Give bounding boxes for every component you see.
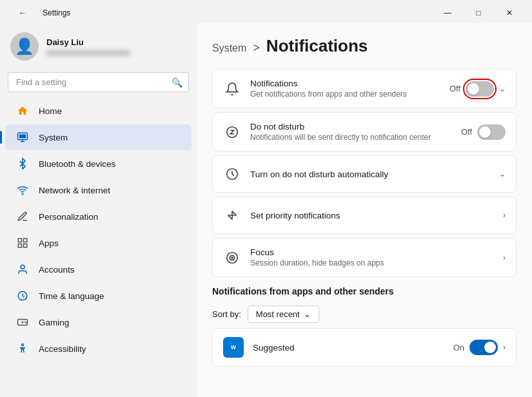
suggested-row[interactable]: W Suggested On › bbox=[213, 329, 516, 366]
focus-sublabel: Session duration, hide badges on apps bbox=[250, 258, 494, 267]
sidebar-item-personalization-label: Personalization bbox=[39, 212, 98, 222]
priority-text: Set priority notifications bbox=[250, 211, 494, 220]
notifications-toggle-label: Off bbox=[449, 84, 460, 93]
auto-dnd-right: ⌄ bbox=[499, 169, 506, 179]
apps-section-header: Notifications from apps and other sender… bbox=[212, 286, 517, 296]
network-icon bbox=[15, 183, 30, 197]
dnd-text: Do not disturb Notifications will be sen… bbox=[250, 122, 452, 142]
user-name: Daisy Liu bbox=[46, 37, 130, 47]
minimize-button[interactable]: — bbox=[433, 4, 462, 22]
dnd-label: Do not disturb bbox=[250, 122, 452, 131]
svg-rect-5 bbox=[18, 238, 21, 242]
personalization-icon bbox=[15, 209, 30, 224]
suggested-text: Suggested bbox=[253, 343, 444, 353]
sidebar-item-bluetooth[interactable]: Bluetooth & devices bbox=[5, 151, 192, 177]
home-icon bbox=[15, 104, 30, 118]
notifications-chevron[interactable]: ⌄ bbox=[499, 84, 506, 93]
avatar-icon: 👤 bbox=[15, 37, 34, 55]
suggested-toggle[interactable] bbox=[469, 340, 498, 355]
gaming-icon bbox=[15, 315, 30, 329]
dnd-icon bbox=[223, 123, 241, 141]
dnd-right: Off bbox=[461, 124, 506, 140]
sidebar-item-gaming[interactable]: Gaming bbox=[5, 309, 192, 335]
notifications-card: Notifications Get notifications from app… bbox=[212, 69, 517, 108]
dnd-row[interactable]: Do not disturb Notifications will be sen… bbox=[213, 113, 516, 151]
focus-label: Focus bbox=[250, 247, 494, 257]
system-icon bbox=[15, 130, 30, 144]
notifications-label: Notifications bbox=[250, 79, 440, 88]
user-section[interactable]: 👤 Daisy Liu bbox=[0, 23, 197, 70]
auto-dnd-text: Turn on do not disturb automatically bbox=[250, 169, 490, 179]
sidebar-item-personalization[interactable]: Personalization bbox=[5, 204, 192, 229]
priority-chevron[interactable]: › bbox=[503, 211, 506, 220]
focus-chevron[interactable]: › bbox=[503, 253, 506, 262]
svg-point-15 bbox=[26, 323, 26, 324]
sidebar-item-accounts[interactable]: Accounts bbox=[5, 257, 192, 282]
search-input[interactable] bbox=[8, 72, 189, 92]
suggested-card: W Suggested On › bbox=[212, 328, 517, 367]
svg-point-14 bbox=[25, 322, 26, 322]
focus-right: › bbox=[503, 253, 506, 262]
close-button[interactable]: ✕ bbox=[495, 4, 524, 22]
sidebar-item-gaming-label: Gaming bbox=[39, 318, 69, 327]
apps-icon bbox=[15, 236, 30, 250]
back-button[interactable]: ← bbox=[8, 4, 37, 22]
svg-point-9 bbox=[21, 265, 25, 269]
svg-point-4 bbox=[22, 193, 23, 195]
sidebar-item-apps[interactable]: Apps bbox=[5, 230, 192, 256]
content-area: System > Notifications Notifications Get… bbox=[197, 23, 532, 397]
priority-row[interactable]: Set priority notifications › bbox=[213, 197, 516, 233]
sort-row: Sort by: Most recent ⌄ bbox=[212, 305, 517, 323]
priority-icon bbox=[223, 206, 241, 224]
sort-label: Sort by: bbox=[212, 309, 241, 319]
svg-text:W: W bbox=[231, 345, 236, 351]
search-icon: 🔍 bbox=[172, 77, 182, 88]
svg-rect-7 bbox=[24, 244, 27, 247]
notifications-toggle[interactable] bbox=[466, 81, 494, 97]
sidebar-item-accounts-label: Accounts bbox=[39, 265, 75, 275]
sidebar-item-accessibility[interactable]: Accessibility bbox=[5, 336, 192, 362]
auto-dnd-icon bbox=[223, 165, 241, 183]
sort-dropdown-chevron: ⌄ bbox=[304, 309, 311, 319]
suggested-chevron[interactable]: › bbox=[503, 343, 506, 352]
sidebar-item-apps-label: Apps bbox=[39, 238, 59, 248]
notifications-text: Notifications Get notifications from app… bbox=[250, 79, 440, 99]
sidebar-item-time-label: Time & language bbox=[39, 291, 104, 301]
auto-dnd-row[interactable]: Turn on do not disturb automatically ⌄ bbox=[213, 156, 516, 192]
page-title: Notifications bbox=[266, 36, 368, 56]
avatar: 👤 bbox=[10, 32, 39, 61]
sidebar-item-network[interactable]: Network & internet bbox=[5, 177, 192, 203]
sidebar-item-accessibility-label: Accessibility bbox=[39, 344, 86, 354]
sidebar-nav: Home System Bluetooth & devices Network … bbox=[0, 97, 197, 362]
notifications-row[interactable]: Notifications Get notifications from app… bbox=[213, 70, 516, 108]
suggested-app-icon: W bbox=[223, 337, 244, 358]
sort-dropdown[interactable]: Most recent ⌄ bbox=[248, 305, 319, 323]
focus-icon bbox=[223, 249, 241, 267]
sidebar-item-system[interactable]: System bbox=[5, 124, 192, 150]
svg-point-24 bbox=[232, 257, 233, 258]
bluetooth-icon bbox=[15, 157, 30, 171]
dnd-toggle[interactable] bbox=[477, 124, 506, 140]
priority-label: Set priority notifications bbox=[250, 211, 494, 220]
accounts-icon bbox=[15, 262, 30, 276]
auto-dnd-chevron[interactable]: ⌄ bbox=[499, 169, 506, 179]
focus-row[interactable]: Focus Session duration, hide badges on a… bbox=[213, 238, 516, 276]
sidebar-item-bluetooth-label: Bluetooth & devices bbox=[39, 159, 115, 169]
titlebar-left: ← Settings bbox=[8, 4, 70, 22]
sidebar-item-home-label: Home bbox=[39, 106, 62, 116]
notifications-right: Off ⌄ bbox=[449, 81, 506, 97]
user-email bbox=[46, 50, 130, 56]
breadcrumb: System bbox=[212, 43, 246, 54]
maximize-button[interactable]: □ bbox=[464, 4, 493, 22]
sidebar-item-time[interactable]: Time & language bbox=[5, 283, 192, 309]
sort-value: Most recent bbox=[256, 309, 300, 319]
titlebar-controls: — □ ✕ bbox=[433, 4, 524, 22]
accessibility-icon bbox=[15, 342, 30, 356]
suggested-right: On › bbox=[453, 340, 506, 355]
svg-rect-8 bbox=[18, 244, 21, 247]
sidebar-item-system-label: System bbox=[39, 133, 68, 142]
svg-rect-3 bbox=[19, 135, 26, 139]
time-icon bbox=[15, 289, 30, 303]
svg-rect-6 bbox=[24, 238, 27, 242]
sidebar-item-home[interactable]: Home bbox=[5, 98, 192, 124]
